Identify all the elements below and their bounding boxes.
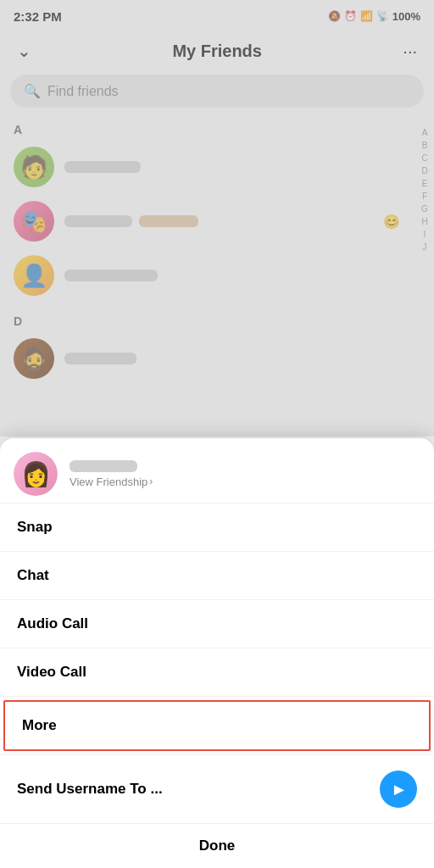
- sheet-username-blur: [70, 460, 137, 472]
- overlay-dim: [0, 0, 434, 437]
- send-username-label: Send Username To ...: [17, 781, 163, 798]
- more-section: More: [0, 697, 434, 755]
- send-button[interactable]: ►: [380, 771, 417, 808]
- video-call-button[interactable]: Video Call: [0, 648, 434, 697]
- snap-button[interactable]: Snap: [0, 504, 434, 552]
- view-friendship-label: View Friendship: [70, 476, 147, 488]
- more-button[interactable]: More: [3, 700, 431, 751]
- send-username-row[interactable]: Send Username To ... ►: [0, 755, 434, 824]
- done-button[interactable]: Done: [0, 824, 434, 868]
- chat-button[interactable]: Chat: [0, 552, 434, 600]
- sheet-avatar: 👩: [14, 452, 58, 496]
- sheet-header: 👩 View Friendship ›: [0, 438, 434, 504]
- bottom-sheet: 👩 View Friendship › Snap Chat Audio Call…: [0, 438, 434, 868]
- sheet-avatar-emoji: 👩: [21, 460, 51, 488]
- send-arrow-icon: ►: [391, 780, 408, 799]
- sheet-user-info: View Friendship ›: [70, 460, 153, 488]
- audio-call-button[interactable]: Audio Call: [0, 600, 434, 648]
- chevron-right-icon: ›: [149, 476, 153, 487]
- view-friendship-button[interactable]: View Friendship ›: [70, 476, 153, 488]
